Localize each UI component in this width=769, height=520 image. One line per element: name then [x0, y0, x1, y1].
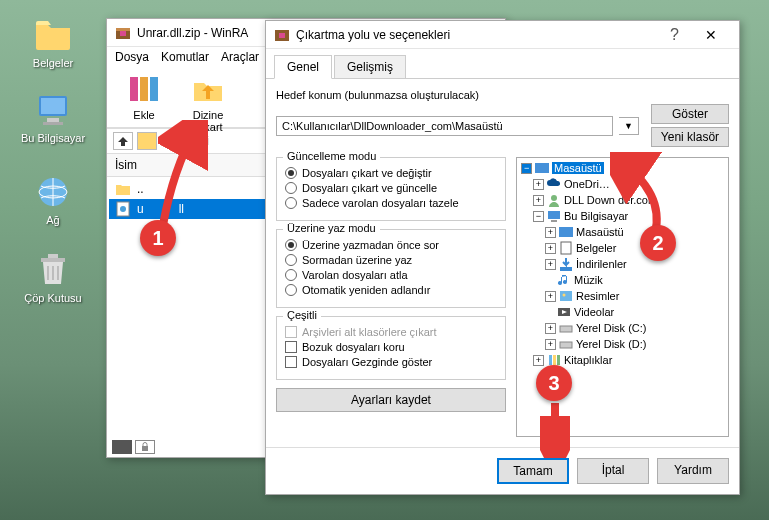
download-icon [559, 257, 573, 271]
ok-button[interactable]: Tamam [497, 458, 569, 484]
expand-icon[interactable]: + [545, 323, 556, 334]
music-icon [557, 273, 571, 287]
statusbar [112, 440, 155, 454]
radio-icon [285, 254, 297, 266]
desktop-icon-ag[interactable]: Ağ [18, 172, 88, 226]
expand-icon[interactable]: + [545, 339, 556, 350]
trash-icon [33, 250, 73, 290]
radio-ask-before[interactable]: Üzerine yazmadan önce sor [285, 239, 497, 251]
expand-icon[interactable]: + [545, 291, 556, 302]
tab-advanced[interactable]: Gelişmiş [334, 55, 406, 78]
drive-icon [559, 321, 573, 335]
dialog-footer: Tamam İptal Yardım [266, 447, 739, 494]
folder-up-icon [115, 181, 131, 197]
check-show-explorer[interactable]: Dosyaları Gezginde göster [285, 356, 497, 368]
zip-icon [137, 132, 157, 150]
dropdown-button[interactable]: ▼ [619, 117, 639, 135]
radio-skip[interactable]: Varolan dosyaları atla [285, 269, 497, 281]
close-button[interactable]: ✕ [691, 21, 731, 49]
arrow-1 [158, 120, 208, 230]
picture-icon [559, 289, 573, 303]
expand-icon[interactable]: + [545, 243, 556, 254]
radio-extract-replace[interactable]: Dosyaları çıkart ve değiştir [285, 167, 497, 179]
tree-item[interactable]: +Yerel Disk (D:) [543, 336, 726, 352]
extract-dialog: Çıkartma yolu ve seçenekleri ? ✕ Genel G… [265, 20, 740, 495]
expand-icon[interactable]: + [533, 179, 544, 190]
help-button[interactable]: Yardım [657, 458, 729, 484]
desktop-icon-cop-kutusu[interactable]: Çöp Kutusu [18, 250, 88, 304]
radio-icon [285, 269, 297, 281]
svg-rect-16 [279, 33, 285, 38]
tree-item[interactable]: +Resimler [543, 288, 726, 304]
expand-icon[interactable]: + [545, 227, 556, 238]
svg-rect-8 [120, 31, 126, 36]
tree-item[interactable]: +Belgeler [543, 240, 726, 256]
dialog-titlebar[interactable]: Çıkartma yolu ve seçenekleri ? ✕ [266, 21, 739, 49]
menu-komutlar[interactable]: Komutlar [161, 50, 209, 64]
up-button[interactable] [113, 132, 133, 150]
callout-3: 3 [536, 365, 572, 401]
desktop-small-icon [559, 225, 573, 239]
group-title: Üzerine yaz modu [283, 222, 380, 234]
update-mode-group: Güncelleme modu Dosyaları çıkart ve deği… [276, 157, 506, 221]
arrow-3 [540, 398, 570, 458]
collapse-icon[interactable]: − [533, 211, 544, 222]
folder-icon [33, 15, 73, 55]
expand-icon[interactable]: + [533, 195, 544, 206]
radio-icon [285, 197, 297, 209]
yeni-klasor-button[interactable]: Yeni klasör [651, 127, 729, 147]
collapse-icon[interactable]: − [521, 163, 532, 174]
dizine-cikart-button[interactable]: Dizine Çıkart [179, 71, 237, 123]
desktop-icon-label: Belgeler [18, 57, 88, 69]
tool-label: Ekle [133, 109, 154, 121]
tree-item[interactable]: +Yerel Disk (C:) [543, 320, 726, 336]
drive-icon [559, 337, 573, 351]
svg-point-18 [551, 195, 557, 201]
help-button[interactable]: ? [670, 26, 679, 44]
svg-rect-17 [535, 163, 549, 173]
goster-button[interactable]: Göster [651, 104, 729, 124]
status-block [112, 440, 132, 454]
save-settings-button[interactable]: Ayarları kaydet [276, 388, 506, 412]
desktop-icon-bu-bilgisayar[interactable]: Bu Bilgisayar [18, 90, 88, 144]
menu-araclar[interactable]: Araçlar [221, 50, 259, 64]
ekle-button[interactable]: Ekle [115, 71, 173, 123]
network-icon [33, 172, 73, 212]
desktop-icon-belgeler[interactable]: Belgeler [18, 15, 88, 69]
radio-icon [285, 167, 297, 179]
svg-rect-14 [142, 446, 148, 451]
radio-extract-update[interactable]: Dosyaları çıkart ve güncelle [285, 182, 497, 194]
svg-rect-3 [43, 122, 63, 125]
dll-file-icon [115, 201, 131, 217]
svg-rect-2 [47, 118, 59, 122]
expand-icon[interactable]: + [545, 259, 556, 270]
group-title: Çeşitli [283, 309, 321, 321]
cloud-icon [547, 177, 561, 191]
check-keep-broken[interactable]: Bozuk dosyaları koru [285, 341, 497, 353]
radio-auto-rename[interactable]: Otomatik yeniden adlandır [285, 284, 497, 296]
check-subfolders: Arşivleri alt klasörlere çıkart [285, 326, 497, 338]
expand-icon[interactable]: + [533, 355, 544, 366]
tree-item[interactable]: Videolar [555, 304, 726, 320]
radio-overwrite[interactable]: Sormadan üzerine yaz [285, 254, 497, 266]
svg-point-24 [563, 294, 566, 297]
desktop-icon [535, 161, 549, 175]
svg-rect-27 [560, 342, 572, 348]
radio-freshen[interactable]: Sadece varolan dosyaları tazele [285, 197, 497, 209]
menu-dosya[interactable]: Dosya [115, 50, 149, 64]
tree-item[interactable]: +İndirilenler [543, 256, 726, 272]
tab-general[interactable]: Genel [274, 55, 332, 79]
svg-rect-23 [560, 291, 572, 301]
path-input[interactable] [276, 116, 613, 136]
desktop-icon-label: Bu Bilgisayar [18, 132, 88, 144]
svg-rect-22 [561, 242, 571, 254]
svg-rect-30 [557, 355, 560, 365]
group-title: Güncelleme modu [283, 150, 380, 162]
books-icon [126, 71, 162, 107]
cancel-button[interactable]: İptal [577, 458, 649, 484]
svg-rect-28 [549, 355, 552, 365]
extract-icon [190, 71, 226, 107]
radio-icon [285, 284, 297, 296]
winrar-icon [274, 27, 290, 43]
tree-item[interactable]: Müzik [555, 272, 726, 288]
